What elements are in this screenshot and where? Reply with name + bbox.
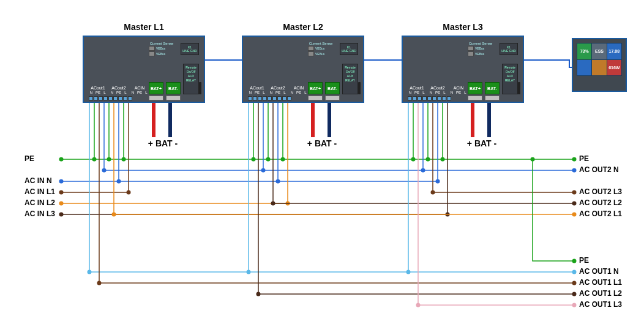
display-tile <box>577 60 591 76</box>
inverter-title: Master L2 <box>243 22 363 32</box>
port-group-header: ACout2 <box>111 86 125 90</box>
screw-terminal <box>123 96 127 100</box>
port-pin-label: N <box>110 91 114 94</box>
bus-label-right: AC OUT1 N <box>579 267 619 276</box>
vebus-label: VEBus <box>315 47 324 50</box>
bus-label-right: PE <box>579 256 589 265</box>
aux-label: RELAY <box>186 78 196 82</box>
svg-point-17 <box>261 168 266 173</box>
svg-point-34 <box>88 270 92 274</box>
svg-point-13 <box>276 179 280 184</box>
svg-point-42 <box>416 303 421 307</box>
power-switch <box>199 82 201 94</box>
port-group-header: ACIN <box>135 86 145 90</box>
vebus-port <box>308 51 314 56</box>
current-sense-label: Current Sense <box>149 42 174 45</box>
svg-point-2 <box>92 157 97 162</box>
port-pin-label: N <box>269 91 274 94</box>
relay-label: LINE GND <box>182 49 197 53</box>
bus-label-right: AC OUT2 L2 <box>579 198 622 207</box>
svg-point-15 <box>572 168 577 173</box>
bat-caption: + BAT - <box>301 138 343 148</box>
aux-label: On/Off <box>187 70 196 74</box>
screw-terminal <box>89 96 93 100</box>
bat-caption: + BAT - <box>141 138 184 148</box>
screw-terminal <box>417 96 422 100</box>
svg-point-18 <box>421 168 425 173</box>
screw-terminal <box>263 96 267 100</box>
screw-terminal <box>408 96 412 100</box>
inverter-title: Master L3 <box>403 22 523 32</box>
svg-point-33 <box>572 270 577 274</box>
bus-label-right: AC OUT1 L1 <box>579 278 622 287</box>
port-pin-label: PE <box>296 91 301 94</box>
display-tile: 73% <box>577 43 591 59</box>
aux-label: AUX <box>188 74 194 78</box>
svg-point-23 <box>59 202 64 206</box>
svg-point-30 <box>112 213 116 217</box>
port-pin-label: L <box>261 91 266 94</box>
bus-label-left: AC IN L1 <box>24 187 55 196</box>
svg-point-11 <box>59 179 64 184</box>
svg-point-37 <box>572 281 577 285</box>
comm-panel: Current SenseVEBusVEBus <box>308 42 334 71</box>
screw-terminal <box>437 96 441 100</box>
svg-point-41 <box>572 303 577 307</box>
display-tile: ESS <box>592 43 606 59</box>
port-pin-label: L <box>442 91 447 94</box>
port-pin-label: N <box>130 91 135 94</box>
svg-point-31 <box>572 259 577 263</box>
port-pin-label: PE <box>275 91 280 94</box>
inverter-title: Master L1 <box>84 22 204 32</box>
bat-positive: BAT+ <box>308 82 323 94</box>
port-group-header: ACout2 <box>430 86 444 90</box>
vebus-port <box>468 51 474 56</box>
vebus-label: VEBus <box>156 52 165 56</box>
port-pin-label: PE <box>255 91 260 94</box>
aux-label: On/Off <box>506 70 515 74</box>
inverter-3: Master L3ACout1NPELACout2NPELACINNPELRem… <box>402 36 524 103</box>
bat-positive: BAT+ <box>149 82 163 94</box>
current-sense-label: Current Sense <box>468 42 493 45</box>
port-group-header: ACout1 <box>250 86 264 90</box>
bus-label-right: AC OUT1 L3 <box>579 300 622 309</box>
svg-point-14 <box>436 179 440 184</box>
svg-point-21 <box>572 191 577 195</box>
aux-label: Remote <box>185 66 197 69</box>
port-pin-label: N <box>449 91 454 94</box>
svg-point-25 <box>572 202 577 206</box>
svg-point-7 <box>281 157 285 162</box>
port-pin-label: PE <box>95 91 100 94</box>
aux-relay-block: RemoteOn/OffAUXRELAY <box>502 64 518 94</box>
relay-label: LINE GND <box>342 49 356 53</box>
vebus-port <box>308 46 314 51</box>
port-pin-label: L <box>144 91 149 94</box>
port-pin-label: N <box>89 91 94 94</box>
screw-terminal <box>113 96 118 100</box>
svg-point-4 <box>122 157 126 162</box>
bus-label-left: AC IN L3 <box>24 209 55 218</box>
svg-point-0 <box>59 157 64 162</box>
svg-point-8 <box>411 157 416 162</box>
screw-terminal <box>99 96 103 100</box>
screw-terminal <box>94 96 98 100</box>
screw-terminal <box>108 96 113 100</box>
bat-lead-pos <box>311 103 315 137</box>
svg-point-12 <box>117 179 121 184</box>
port-group-header: ACIN <box>294 86 304 90</box>
vebus-label: VEBus <box>315 52 324 56</box>
power-switch <box>518 82 520 94</box>
comm-panel: Current SenseVEBusVEBus <box>468 42 493 71</box>
aux-label: Remote <box>504 66 515 69</box>
svg-point-6 <box>266 157 271 162</box>
svg-point-40 <box>256 292 261 296</box>
port-pin-label: PE <box>456 91 461 94</box>
k1-relay-block: K1LINE GND <box>340 43 358 55</box>
display-tile: 17.08 <box>607 43 621 59</box>
bat-lead-neg <box>168 103 172 137</box>
port-pin-label: PE <box>435 91 440 94</box>
svg-point-19 <box>59 191 64 195</box>
display-tile <box>592 60 606 76</box>
port-group-header: ACout1 <box>91 86 105 90</box>
screw-terminal <box>277 96 282 100</box>
